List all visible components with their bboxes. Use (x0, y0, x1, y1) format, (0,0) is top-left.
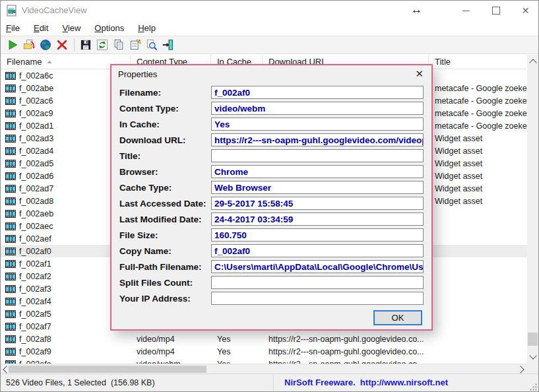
exit-button[interactable] (160, 37, 176, 53)
film-strip-icon (5, 147, 16, 155)
menu-file[interactable]: File (6, 23, 20, 33)
field-input[interactable]: 160.750 (211, 228, 424, 242)
film-strip-icon (5, 348, 16, 356)
field-input[interactable] (211, 292, 424, 305)
filename-text: f_002af2 (19, 272, 51, 281)
title-cell: Widget asset (429, 197, 527, 206)
properties-dialog: Properties ✕ Filename:f_002af0Content Ty… (110, 64, 433, 331)
content-type-cell: video/mp4 (131, 347, 211, 356)
resize-cursor-icon: ↔ (411, 3, 422, 16)
status-summary: 526 Video Files, 1 Selected (156.98 KB) (6, 378, 155, 387)
scroll-down-icon[interactable] (529, 352, 536, 359)
filename-text: f_002ad8 (19, 197, 53, 206)
filename-text: f_002af4 (19, 297, 51, 306)
field-input[interactable] (211, 149, 424, 162)
delete-button[interactable] (54, 37, 70, 53)
save-button[interactable] (78, 37, 94, 53)
field-input[interactable]: C:\Users\marti\AppData\Local\Google\Chro… (211, 260, 424, 273)
menu-help[interactable]: Help (138, 23, 156, 33)
vertical-scrollbar[interactable] (527, 55, 538, 364)
status-bar: 526 Video Files, 1 Selected (156.98 KB) … (1, 374, 538, 392)
dialog-close-icon[interactable]: ✕ (415, 68, 424, 80)
field-input[interactable]: f_002af0 (211, 86, 424, 99)
download-url-cell: https://r2---sn-oapm-guhl.googlevideo.co… (263, 335, 429, 344)
field-value: 24-4-2017 03:34:59 (212, 214, 293, 224)
field-input[interactable] (211, 276, 424, 289)
filename-text: f_002ad6 (19, 172, 53, 181)
title-bar[interactable]: VideoCacheView ↔ ✕ (1, 1, 538, 20)
menu-view[interactable]: View (62, 23, 80, 33)
film-strip-icon (5, 197, 16, 205)
field-label: Content Type: (119, 104, 211, 114)
refresh-button[interactable] (94, 37, 110, 53)
properties-button[interactable] (127, 37, 143, 53)
filename-text: f_002aef (19, 234, 51, 244)
open-in-browser-button[interactable] (38, 37, 53, 53)
toolbar-separator (74, 38, 75, 51)
filename-text: f_002ad4 (19, 147, 53, 156)
film-strip-icon (5, 235, 16, 243)
horizontal-scrollbar-thumb[interactable] (9, 366, 206, 373)
field-split-files-count: Split Files Count: (119, 276, 424, 289)
field-value: 29-5-2017 15:58:45 (212, 199, 293, 209)
filename-text: f_002ad5 (19, 159, 53, 168)
copy-files-button[interactable] (21, 37, 37, 53)
filename-text: f_002af1 (19, 259, 51, 269)
dialog-title: Properties (118, 69, 157, 79)
film-strip-icon (5, 210, 16, 218)
field-browser: Browser:Chrome (119, 165, 424, 178)
field-input[interactable]: 29-5-2017 15:58:45 (211, 197, 424, 210)
filename-text: f_002aeb (19, 209, 53, 218)
play-icon (6, 38, 19, 51)
field-input[interactable]: f_002af0 (211, 244, 424, 257)
file-row-f_002af8[interactable]: f_002af8video/mp4Yeshttps://r2---sn-oapm… (1, 333, 527, 345)
filename-text: f_002af9 (19, 347, 51, 356)
field-label: Browser: (119, 167, 211, 177)
maximize-button[interactable] (481, 1, 511, 20)
field-input[interactable]: Yes (211, 117, 424, 131)
file-row-f_002af9[interactable]: f_002af9video/mp4Yeshttps://r2---sn-oapm… (1, 345, 527, 358)
film-strip-icon (5, 285, 16, 293)
copy-button[interactable] (111, 37, 127, 53)
field-value: f_002af0 (212, 246, 250, 256)
dialog-title-bar[interactable]: Properties ✕ (111, 65, 431, 82)
scroll-up-icon[interactable] (529, 59, 536, 66)
close-button[interactable]: ✕ (511, 1, 539, 20)
field-input[interactable]: https://r2---sn-oapm-guhl.googlevideo.co… (211, 133, 424, 147)
find-button[interactable] (144, 37, 160, 53)
file-row-f_002afa[interactable]: f_002afavideo/webmYeshttps://r2---sn-oap… (1, 358, 527, 364)
resize-grip[interactable] (529, 383, 538, 391)
film-strip-icon (5, 335, 16, 343)
play-button[interactable] (5, 37, 20, 53)
scroll-right-icon[interactable] (517, 366, 524, 373)
dialog-fields: Filename:f_002af0Content Type:video/webm… (119, 86, 424, 308)
field-input[interactable]: 24-4-2017 03:34:59 (211, 212, 424, 226)
field-input[interactable]: video/webm (211, 102, 424, 115)
field-copy-name: Copy Name:f_002af0 (119, 244, 424, 257)
browser-globe-icon (39, 38, 52, 51)
film-strip-icon (5, 260, 16, 268)
content-type-cell: video/mp4 (131, 335, 211, 344)
field-input[interactable]: Chrome (211, 165, 424, 178)
sort-ascending-icon (47, 61, 52, 63)
field-value: https://r2---sn-oapm-guhl.googlevideo.co… (212, 135, 424, 145)
nirsoft-link[interactable]: NirSoft Freeware. http://www.nirsoft.net (284, 377, 448, 387)
ok-button[interactable]: OK (373, 310, 422, 325)
horizontal-scrollbar[interactable] (1, 364, 527, 374)
title-cell: Widget asset (429, 172, 527, 181)
field-input[interactable]: Web Browser (211, 181, 424, 194)
film-strip-icon (5, 122, 16, 130)
column-header-title[interactable]: Title (429, 55, 527, 69)
maximize-icon (492, 7, 500, 15)
filename-text: f_002ad3 (19, 134, 53, 143)
menu-edit[interactable]: Edit (34, 23, 48, 33)
menu-options[interactable]: Options (94, 23, 124, 33)
film-strip-icon (5, 323, 16, 331)
copy-icon (112, 38, 125, 51)
minimize-button[interactable] (451, 1, 481, 20)
field-label: Title: (119, 151, 211, 161)
vertical-scrollbar-thumb[interactable] (528, 333, 538, 346)
field-full-path-filename: Full-Path Filename:C:\Users\marti\AppDat… (119, 260, 424, 273)
film-strip-icon (5, 172, 16, 180)
film-strip-icon (5, 222, 16, 230)
